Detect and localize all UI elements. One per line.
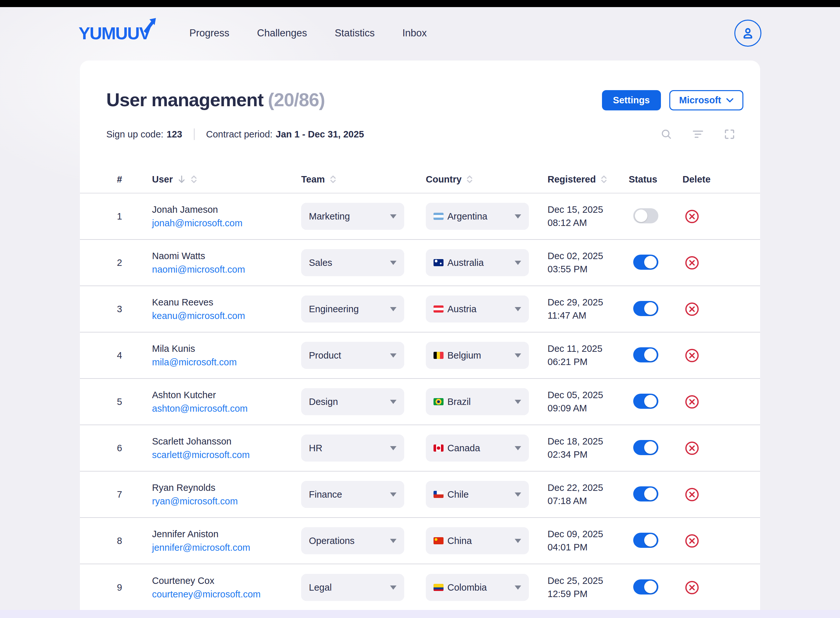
- user-avatar-icon: [741, 26, 755, 40]
- user-email-link[interactable]: scarlett@microsoft.com: [152, 449, 301, 461]
- delete-user-button[interactable]: [684, 580, 700, 595]
- country-dropdown[interactable]: Australia: [426, 249, 529, 276]
- status-toggle[interactable]: [633, 394, 658, 409]
- nav-item-statistics[interactable]: Statistics: [335, 27, 375, 39]
- delete-icon: [684, 348, 700, 363]
- dropdown-caret-icon: [515, 446, 521, 450]
- delete-icon: [684, 302, 700, 317]
- user-email-link[interactable]: naomi@microsoft.com: [152, 264, 301, 275]
- country-dropdown[interactable]: Austria: [426, 296, 529, 322]
- country-dropdown[interactable]: Colombia: [426, 574, 529, 601]
- user-email-link[interactable]: courteney@microsoft.com: [152, 589, 301, 600]
- country-dropdown[interactable]: China: [426, 527, 529, 554]
- user-email-link[interactable]: jennifer@microsoft.com: [152, 542, 301, 553]
- nav-item-progress[interactable]: Progress: [189, 27, 229, 39]
- country-cell: Colombia: [426, 574, 548, 601]
- team-dropdown[interactable]: HR: [301, 435, 404, 462]
- yumuuv-logo[interactable]: YUMUUV: [79, 24, 153, 42]
- team-dropdown[interactable]: Design: [301, 388, 404, 415]
- country-cell: Australia: [426, 249, 548, 276]
- country-dropdown[interactable]: Chile: [426, 481, 529, 508]
- user-management-card: User management(20/86) Settings Microsof…: [80, 61, 760, 610]
- team-dropdown[interactable]: Sales: [301, 249, 404, 276]
- registered-cell: Dec 09, 2025 04:01 PM: [548, 527, 629, 554]
- delete-user-button[interactable]: [684, 533, 700, 548]
- search-button[interactable]: [658, 126, 675, 142]
- country-cell: Argentina: [426, 203, 548, 230]
- col-header-delete: Delete: [682, 174, 760, 185]
- bottom-section-edge: [0, 610, 840, 618]
- team-dropdown[interactable]: Marketing: [301, 203, 404, 230]
- delete-user-button[interactable]: [684, 209, 700, 224]
- dropdown-caret-icon: [515, 400, 521, 404]
- team-dropdown[interactable]: Engineering: [301, 296, 404, 322]
- profile-avatar-button[interactable]: [734, 19, 761, 47]
- team-dropdown-label: Design: [309, 397, 338, 407]
- sort-toggle-icon[interactable]: [191, 174, 197, 184]
- country-dropdown-label: Austria: [447, 304, 477, 315]
- user-email-link[interactable]: ryan@microsoft.com: [152, 496, 301, 507]
- nav-item-challenges[interactable]: Challenges: [257, 27, 307, 39]
- country-dropdown[interactable]: Argentina: [426, 203, 529, 230]
- user-email-link[interactable]: mila@microsoft.com: [152, 357, 301, 368]
- fullscreen-button[interactable]: [721, 126, 737, 142]
- settings-button[interactable]: Settings: [602, 90, 661, 110]
- row-number: 1: [117, 211, 152, 222]
- delete-user-button[interactable]: [684, 255, 700, 270]
- status-toggle[interactable]: [633, 347, 658, 362]
- user-email-link[interactable]: jonah@microsoft.com: [152, 218, 301, 229]
- user-cell: Ryan Reynolds ryan@microsoft.com: [152, 482, 301, 507]
- sort-toggle-icon[interactable]: [600, 174, 608, 184]
- team-dropdown[interactable]: Legal: [301, 574, 404, 601]
- status-toggle[interactable]: [633, 301, 658, 316]
- user-email-link[interactable]: keanu@microsoft.com: [152, 310, 301, 322]
- team-dropdown-label: HR: [309, 443, 322, 453]
- status-toggle[interactable]: [633, 208, 658, 223]
- country-dropdown[interactable]: Brazil: [426, 388, 529, 415]
- dropdown-caret-icon: [390, 492, 396, 497]
- logo-arrow-icon: [142, 17, 158, 34]
- sort-toggle-icon[interactable]: [329, 174, 337, 184]
- delete-user-button[interactable]: [684, 348, 700, 363]
- delete-user-button[interactable]: [684, 394, 700, 409]
- country-dropdown[interactable]: Canada: [426, 435, 529, 462]
- col-header-country[interactable]: Country: [426, 174, 548, 185]
- status-toggle[interactable]: [633, 440, 658, 455]
- col-header-team[interactable]: Team: [301, 174, 426, 185]
- status-cell: [629, 579, 682, 596]
- team-dropdown[interactable]: Finance: [301, 481, 404, 508]
- team-cell: Operations: [301, 527, 426, 554]
- sort-toggle-icon[interactable]: [466, 174, 473, 184]
- status-toggle[interactable]: [633, 486, 658, 502]
- col-header-registered[interactable]: Registered: [548, 174, 629, 185]
- team-dropdown-label: Engineering: [309, 304, 359, 315]
- delete-user-button[interactable]: [684, 487, 700, 502]
- contract-period-value: Jan 1 - Dec 31, 2025: [276, 129, 364, 140]
- col-header-number: #: [117, 174, 152, 185]
- nav-item-inbox[interactable]: Inbox: [402, 27, 427, 39]
- country-dropdown[interactable]: Belgium: [426, 342, 529, 369]
- country-dropdown-label: Belgium: [447, 350, 481, 361]
- table-row: 7 Ryan Reynolds ryan@microsoft.com Finan…: [80, 472, 760, 518]
- status-cell: [629, 347, 682, 363]
- team-dropdown[interactable]: Product: [301, 342, 404, 369]
- delete-icon: [684, 580, 700, 595]
- company-dropdown[interactable]: Microsoft: [669, 90, 744, 110]
- user-email-link[interactable]: ashton@microsoft.com: [152, 403, 301, 414]
- col-header-user[interactable]: User: [152, 174, 301, 185]
- status-toggle[interactable]: [633, 579, 658, 594]
- delete-user-button[interactable]: [684, 302, 700, 317]
- status-toggle[interactable]: [633, 533, 658, 548]
- toggle-knob: [644, 534, 657, 547]
- delete-user-button[interactable]: [684, 441, 700, 456]
- registered-time: 11:47 AM: [548, 309, 629, 322]
- team-cell: HR: [301, 435, 426, 462]
- delete-cell: [682, 209, 760, 224]
- team-dropdown[interactable]: Operations: [301, 527, 404, 554]
- dropdown-caret-icon: [390, 214, 396, 218]
- filter-button[interactable]: [690, 126, 706, 142]
- status-toggle[interactable]: [633, 255, 658, 270]
- registered-date: Dec 22, 2025: [548, 481, 629, 495]
- row-number: 3: [117, 304, 152, 315]
- team-dropdown-label: Legal: [309, 582, 332, 593]
